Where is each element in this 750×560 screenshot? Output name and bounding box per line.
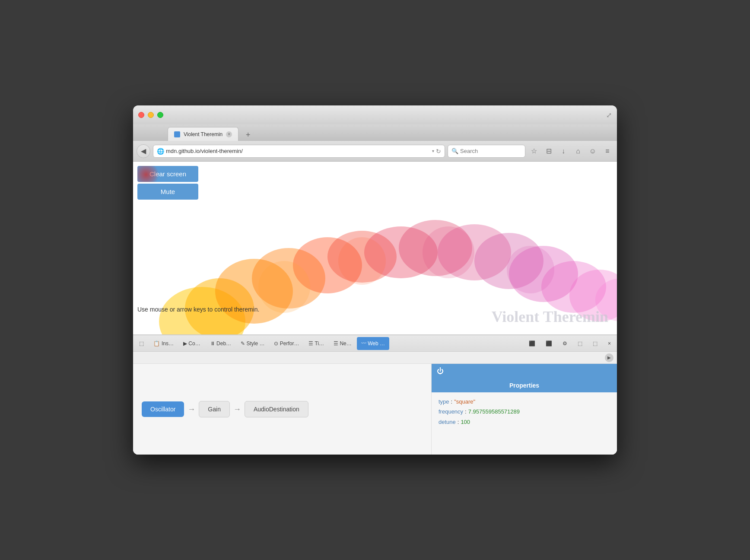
svg-point-14	[258, 261, 310, 313]
tab-bar: Violent Theremin × +	[133, 124, 617, 141]
title-bar: ⤢	[133, 105, 617, 124]
svg-point-16	[423, 226, 474, 278]
devtool-tab-webaudio[interactable]: 〰 Web …	[357, 337, 389, 350]
type-value: "square"	[454, 397, 475, 407]
frequency-value: 7.957559585571289	[468, 407, 520, 417]
menu-icon[interactable]: ≡	[601, 145, 613, 157]
traffic-lights	[138, 112, 163, 118]
devtools-body: Oscillator → Gain → AudioDestination ⏻ P…	[133, 364, 617, 455]
devtool-close[interactable]: ×	[604, 337, 615, 350]
refresh-icon[interactable]: ↻	[436, 148, 441, 155]
svg-point-15	[338, 237, 386, 285]
clear-screen-button[interactable]: Clear screen	[137, 166, 198, 182]
devtool-splitview[interactable]: ⬚	[573, 337, 587, 350]
download-icon[interactable]: ↓	[557, 145, 569, 157]
devtool-popout[interactable]: ⬚	[588, 337, 602, 350]
dropdown-icon[interactable]: ▾	[432, 149, 434, 153]
tab-title: Violent Theremin	[184, 131, 222, 137]
browser-content: Clear screen Mute Use mouse or arrow key…	[133, 162, 617, 455]
audio-graph-panel: Oscillator → Gain → AudioDestination	[133, 364, 431, 455]
devtool-tab-debugger[interactable]: ⏸ Deb…	[206, 337, 235, 350]
property-frequency: frequency : 7.957559585571289	[439, 407, 610, 417]
back-button[interactable]: ◀	[137, 144, 150, 158]
back-icon: ◀	[141, 147, 146, 155]
devtools: ⬚ 📋 Ins… ▶ Co… ⏸ Deb… ✎ Style … ⊙ Perfor…	[133, 334, 617, 455]
address-bar[interactable]: 🌐 ▾ ↻	[153, 145, 445, 158]
search-icon: 🔍	[451, 148, 458, 154]
home-icon[interactable]: ⌂	[572, 145, 584, 157]
play-button[interactable]: ▶	[605, 353, 613, 362]
instructions-text: Use mouse or arrow keys to control there…	[137, 306, 259, 313]
maximize-button[interactable]	[157, 112, 163, 118]
devtools-secondary-bar: ▶	[133, 352, 617, 364]
expand-icon[interactable]: ⤢	[606, 111, 612, 119]
bookmark-icon[interactable]: ☆	[528, 145, 540, 157]
new-tab-button[interactable]: +	[242, 129, 254, 141]
devtool-responsive[interactable]: ⬛	[541, 337, 556, 350]
svg-point-17	[507, 246, 554, 293]
reading-list-icon[interactable]: ⊟	[543, 145, 555, 157]
oscillator-node[interactable]: Oscillator	[142, 401, 184, 417]
browser-window: ⤢ Violent Theremin × + ◀ 🌐 ▾ ↻ 🔍 ☆ ⊟ ↓ ⌂…	[133, 105, 617, 455]
property-type: type : "square"	[439, 397, 610, 407]
devtool-tab-style[interactable]: ✎ Style …	[236, 337, 269, 350]
devtools-tabs: ⬚ 📋 Ins… ▶ Co… ⏸ Deb… ✎ Style … ⊙ Perfor…	[133, 335, 617, 352]
page-area[interactable]: Clear screen Mute Use mouse or arrow key…	[133, 162, 617, 334]
properties-table: type : "square" frequency : 7.9575595855…	[432, 392, 617, 431]
search-bar[interactable]: 🔍	[448, 145, 525, 158]
devtool-screenshot[interactable]: ⬛	[524, 337, 540, 350]
mute-button[interactable]: Mute	[137, 184, 198, 200]
address-input[interactable]	[166, 148, 430, 154]
properties-panel: ⏻ Properties type : "square" frequency :…	[431, 364, 617, 455]
theremin-buttons: Clear screen Mute	[137, 166, 198, 200]
minimize-button[interactable]	[148, 112, 154, 118]
devtool-tab-network[interactable]: ☰ Ne…	[329, 337, 356, 350]
close-button[interactable]	[138, 112, 144, 118]
tab-favicon	[174, 131, 180, 137]
audio-graph: Oscillator → Gain → AudioDestination	[142, 401, 308, 417]
detune-value: 100	[461, 417, 470, 427]
devtools-right-controls: ⬛ ⬛ ⚙ ⬚ ⬚ ×	[524, 337, 615, 350]
devtool-settings[interactable]: ⚙	[558, 337, 572, 350]
watermark: Violent Theremin	[492, 308, 608, 326]
arrow-2: →	[233, 405, 241, 414]
devtool-tab-timeline[interactable]: ☰ Ti…	[304, 337, 328, 350]
devtool-tab-inspector[interactable]: ⬚	[135, 337, 148, 350]
detune-key: detune	[439, 417, 456, 427]
arrow-1: →	[188, 405, 195, 414]
type-key: type	[439, 397, 449, 407]
power-icon[interactable]: ⏻	[437, 367, 444, 375]
frequency-key: frequency	[439, 407, 463, 417]
active-tab[interactable]: Violent Theremin ×	[168, 127, 238, 141]
properties-power-bar: ⏻	[432, 364, 617, 379]
devtool-tab-console[interactable]: ▶ Co…	[179, 337, 205, 350]
devtool-tab-performance[interactable]: ⊙ Perfor…	[270, 337, 303, 350]
devtool-tab-ins[interactable]: 📋 Ins…	[149, 337, 178, 350]
gain-node[interactable]: Gain	[199, 401, 230, 417]
search-input[interactable]	[460, 148, 533, 154]
globe-icon: 🌐	[157, 148, 164, 155]
tab-close-button[interactable]: ×	[226, 131, 232, 137]
property-detune: detune : 100	[439, 417, 610, 427]
toolbar: ◀ 🌐 ▾ ↻ 🔍 ☆ ⊟ ↓ ⌂ ☺ ≡	[133, 141, 617, 162]
properties-header: Properties	[432, 379, 617, 392]
audio-destination-node[interactable]: AudioDestination	[245, 401, 308, 417]
share-icon[interactable]: ☺	[587, 145, 599, 157]
